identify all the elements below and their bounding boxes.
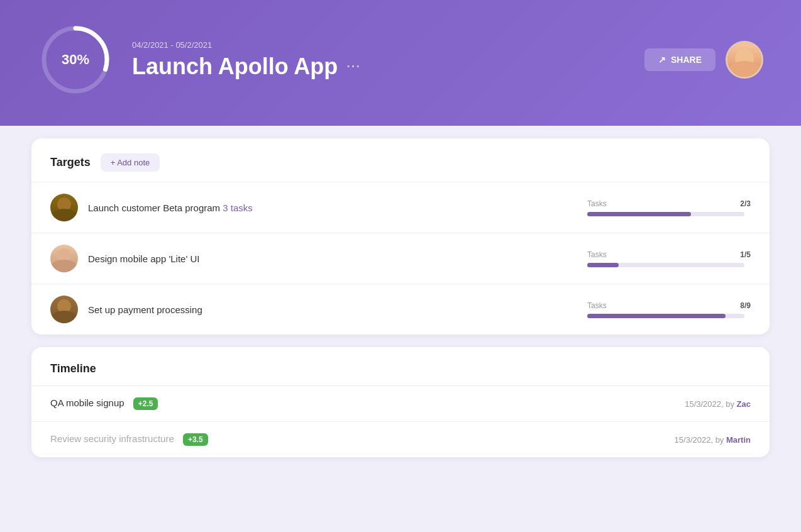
- tasks-label-2: Tasks: [587, 250, 607, 259]
- tasks-count-3: 8/9: [740, 301, 751, 310]
- tasks-label-3: Tasks: [587, 301, 607, 310]
- timeline-name-1: QA mobile signup +2.5: [50, 397, 685, 410]
- timeline-header: Timeline: [31, 347, 770, 385]
- targets-card: Targets + Add note Launch customer Beta …: [31, 138, 770, 335]
- timeline-meta-1: 15/3/2022, by Zac: [685, 399, 751, 409]
- tasks-count-2: 1/5: [740, 250, 751, 259]
- avatar-image: [727, 43, 761, 77]
- tasks-count-1: 2/3: [740, 199, 751, 208]
- timeline-item-label-2: Review security infrastructure: [50, 433, 174, 444]
- date-range: 04/2/2021 - 05/2/2021: [132, 40, 626, 50]
- share-icon: ↗: [658, 55, 666, 65]
- timeline-user-2[interactable]: Martin: [726, 435, 751, 445]
- target-row-3: Set up payment processing Tasks 8/9: [31, 284, 770, 335]
- tasks-header-3: Tasks 8/9: [587, 301, 751, 310]
- progress-bg-3: [587, 314, 744, 318]
- header-info: 04/2/2021 - 05/2/2021 Launch Apollo App …: [132, 40, 626, 80]
- timeline-item-label-1: QA mobile signup: [50, 397, 124, 408]
- tasks-label-1: Tasks: [587, 199, 607, 208]
- page-title: Launch Apollo App ···: [132, 53, 626, 80]
- timeline-title: Timeline: [50, 362, 96, 375]
- timeline-name-2: Review security infrastructure +3.5: [50, 433, 675, 446]
- target-tasks-1: Tasks 2/3: [587, 199, 751, 216]
- timeline-date-2: 15/3/2022, by: [675, 435, 724, 445]
- target-tasks-2: Tasks 1/5: [587, 250, 751, 267]
- timeline-badge-2: +3.5: [183, 433, 208, 446]
- timeline-card: Timeline QA mobile signup +2.5 15/3/2022…: [31, 347, 770, 457]
- more-options-dots[interactable]: ···: [346, 59, 361, 74]
- target-name-3: Set up payment processing: [88, 304, 587, 315]
- timeline-date-1: 15/3/2022, by: [685, 399, 734, 409]
- timeline-user-1[interactable]: Zac: [737, 399, 751, 409]
- avatar-3: [50, 296, 78, 323]
- tasks-header-1: Tasks 2/3: [587, 199, 751, 208]
- tasks-link-1[interactable]: 3 tasks: [223, 202, 253, 213]
- progress-bg-1: [587, 212, 744, 216]
- title-text: Launch Apollo App: [132, 53, 338, 80]
- share-button[interactable]: ↗ SHARE: [644, 48, 715, 71]
- progress-ring: 30%: [38, 22, 113, 97]
- progress-fill-1: [587, 212, 691, 216]
- targets-header: Targets + Add note: [31, 138, 770, 182]
- timeline-meta-2: 15/3/2022, by Martin: [675, 435, 751, 445]
- avatar-1: [50, 194, 78, 221]
- main-content: Targets + Add note Launch customer Beta …: [0, 126, 801, 482]
- tasks-header-2: Tasks 1/5: [587, 250, 751, 259]
- targets-title: Targets: [50, 156, 91, 169]
- timeline-badge-1: +2.5: [133, 397, 158, 410]
- add-note-button[interactable]: + Add note: [101, 153, 160, 172]
- share-label: SHARE: [671, 55, 702, 65]
- avatar-2: [50, 245, 78, 272]
- target-row: Launch customer Beta program 3 tasks Tas…: [31, 182, 770, 233]
- target-tasks-3: Tasks 8/9: [587, 301, 751, 318]
- progress-bg-2: [587, 263, 744, 267]
- header-actions: ↗ SHARE: [644, 41, 763, 79]
- progress-percent-label: 30%: [62, 52, 89, 68]
- timeline-row-1: QA mobile signup +2.5 15/3/2022, by Zac: [31, 385, 770, 421]
- page-header: 30% 04/2/2021 - 05/2/2021 Launch Apollo …: [0, 0, 801, 126]
- target-label-1: Launch customer Beta program: [88, 202, 223, 213]
- avatar[interactable]: [726, 41, 763, 79]
- target-row-2: Design mobile app 'Lite' UI Tasks 1/5: [31, 233, 770, 284]
- target-name-1: Launch customer Beta program 3 tasks: [88, 202, 587, 213]
- progress-fill-2: [587, 263, 619, 267]
- progress-fill-3: [587, 314, 726, 318]
- target-name-2: Design mobile app 'Lite' UI: [88, 253, 587, 264]
- timeline-row-2: Review security infrastructure +3.5 15/3…: [31, 421, 770, 457]
